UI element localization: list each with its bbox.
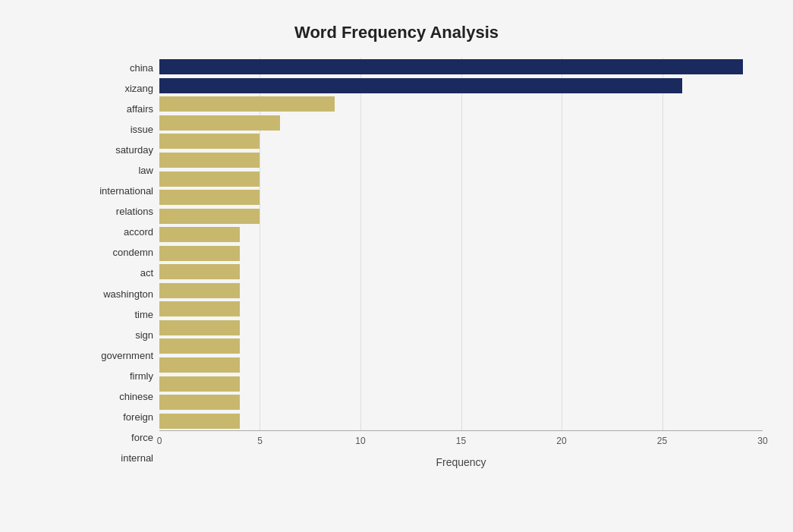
bar-affairs: [159, 96, 335, 112]
bar-row-saturday: [159, 132, 763, 151]
x-tick-0: 0: [157, 436, 162, 446]
plot-inner: [159, 58, 763, 430]
bar-row-firmly: [159, 337, 763, 356]
bar-condemn: [159, 227, 240, 242]
bar-label-foreign: foreign: [83, 407, 159, 427]
bar-row-sign: [159, 300, 763, 319]
bar-label-accord: accord: [83, 222, 159, 242]
bar-row-condemn: [159, 225, 763, 244]
bar-row-force: [159, 393, 763, 412]
bar-label-government: government: [83, 345, 159, 366]
x-tick-10: 10: [355, 436, 365, 446]
bar-row-issue: [159, 114, 763, 133]
bar-issue: [159, 115, 280, 131]
chart-container: Word Frequency Analysis chinaxizangaffai…: [0, 0, 793, 532]
bar-label-saturday: saturday: [83, 140, 159, 160]
bar-row-relations: [159, 188, 763, 207]
bar-row-government: [159, 319, 763, 338]
bar-row-affairs: [159, 95, 763, 114]
bar-row-law: [159, 151, 763, 170]
labels-column: chinaxizangaffairsissuesaturdaylawintern…: [83, 58, 159, 468]
bar-rows: [159, 58, 763, 430]
bar-china: [159, 59, 743, 74]
bar-accord: [159, 209, 260, 224]
bar-label-xizang: xizang: [83, 78, 159, 99]
bar-label-force: force: [83, 427, 159, 448]
bar-act: [159, 246, 240, 261]
bar-label-affairs: affairs: [83, 99, 159, 119]
bar-row-xizang: [159, 77, 763, 96]
x-tick-5: 5: [257, 436, 263, 446]
bar-label-time: time: [83, 304, 159, 325]
bar-foreign: [159, 376, 240, 392]
bar-label-issue: issue: [83, 119, 159, 140]
bar-law: [159, 153, 260, 168]
bar-label-internal: internal: [83, 448, 159, 468]
bar-sign: [159, 301, 240, 316]
bar-label-relations: relations: [83, 201, 159, 222]
bar-row-act: [159, 244, 763, 263]
bar-xizang: [159, 78, 682, 93]
bar-government: [159, 320, 240, 335]
x-tick-25: 25: [657, 436, 667, 446]
x-tick-30: 30: [757, 436, 767, 446]
bar-label-sign: sign: [83, 325, 159, 345]
bar-label-international: international: [83, 181, 159, 201]
bar-chinese: [159, 357, 240, 373]
x-tick-20: 20: [556, 436, 566, 446]
bar-label-china: china: [83, 58, 159, 78]
bar-force: [159, 395, 240, 410]
bar-row-chinese: [159, 356, 763, 375]
bar-label-act: act: [83, 263, 159, 283]
x-tick-15: 15: [456, 436, 466, 446]
bar-row-time: [159, 282, 763, 301]
bar-label-law: law: [83, 160, 159, 181]
bar-row-internal: [159, 411, 763, 430]
bar-row-accord: [159, 206, 763, 225]
x-axis: 051015202530: [159, 430, 763, 453]
bar-row-international: [159, 169, 763, 188]
bar-relations: [159, 190, 260, 205]
bar-time: [159, 283, 240, 298]
bar-row-foreign: [159, 374, 763, 393]
bar-washington: [159, 264, 240, 279]
bar-firmly: [159, 338, 240, 354]
bar-label-chinese: chinese: [83, 386, 159, 407]
bar-internal: [159, 414, 240, 429]
plot-area: 051015202530 Frequency: [159, 58, 763, 468]
bar-saturday: [159, 134, 260, 149]
x-axis-label: Frequency: [159, 456, 763, 468]
bar-row-china: [159, 58, 763, 77]
bar-row-washington: [159, 263, 763, 282]
bar-label-condemn: condemn: [83, 242, 159, 263]
bar-label-firmly: firmly: [83, 366, 159, 386]
bar-international: [159, 172, 260, 187]
chart-title: Word Frequency Analysis: [30, 23, 763, 42]
bar-label-washington: washington: [83, 284, 159, 304]
